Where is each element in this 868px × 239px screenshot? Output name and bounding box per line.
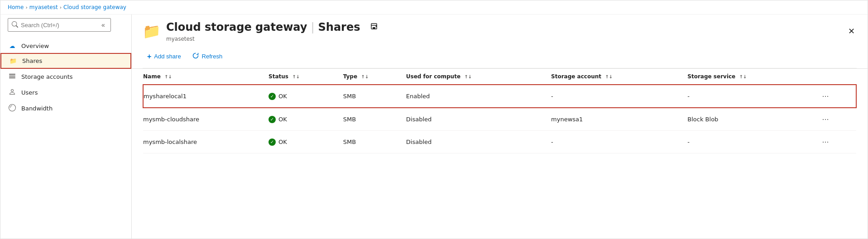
resource-folder-icon: 📁 (143, 24, 161, 38)
col-status: Status ↑↓ (269, 69, 343, 85)
sidebar-nav: ☁ Overview 📁 Shares Storage ac (0, 39, 131, 239)
print-button[interactable] (368, 20, 380, 35)
sort-storage-service-icon[interactable]: ↑↓ (739, 74, 747, 79)
sort-compute-icon[interactable]: ↑↓ (464, 74, 472, 79)
cell-used-compute: Disabled (406, 131, 551, 153)
search-input[interactable] (21, 22, 97, 29)
cloud-icon: ☁ (8, 43, 17, 49)
svg-point-5 (376, 26, 377, 27)
breadcrumb-sep-1: › (25, 5, 27, 10)
header-top: 📁 Cloud storage gateway | Shares (143, 20, 857, 42)
col-storage-account: Storage account ↑↓ (551, 69, 687, 85)
bandwidth-icon (8, 104, 17, 113)
cell-storage-service: Block Blob (687, 108, 819, 131)
content-body: Name ↑↓ Status ↑↓ Type ↑↓ (132, 69, 868, 239)
refresh-button[interactable]: Refresh (187, 49, 227, 63)
cell-storage-account: - (551, 131, 687, 153)
table-row[interactable]: mysmb-cloudshareOKSMBDisabledmynewsa1Blo… (143, 108, 856, 131)
svg-rect-1 (9, 76, 15, 76)
toolbar: + Add share Refresh (143, 44, 857, 68)
status-ok-icon (269, 116, 276, 123)
sort-name-icon[interactable]: ↑↓ (164, 74, 172, 79)
add-share-label: Add share (154, 53, 181, 60)
row-more-button[interactable]: ··· (819, 136, 831, 148)
storage-icon (8, 72, 17, 81)
header-subtitle: myasetest (166, 36, 380, 42)
col-used-compute: Used for compute ↑↓ (406, 69, 551, 85)
collapse-sidebar-button[interactable]: « (100, 20, 107, 29)
cell-name: mysmb-cloudshare (143, 108, 269, 131)
refresh-label: Refresh (202, 53, 223, 60)
sidebar-item-users-label: Users (21, 89, 38, 96)
sort-storage-account-icon[interactable]: ↑↓ (605, 74, 613, 79)
breadcrumb: Home › myasetest › Cloud storage gateway (0, 0, 868, 14)
cell-used-compute: Enabled (406, 85, 551, 108)
table-row[interactable]: mysmb-localshareOKSMBDisabled--··· (143, 131, 856, 153)
table-row[interactable]: mysharelocal1OKSMBEnabled--··· (143, 85, 856, 108)
sidebar: « ☁ Overview 📁 Shares (0, 14, 132, 239)
table-header-row: Name ↑↓ Status ↑↓ Type ↑↓ (143, 69, 856, 85)
page-section: Shares (318, 21, 360, 33)
cell-name: mysharelocal1 (143, 85, 269, 108)
status-ok-icon (269, 139, 276, 146)
col-type: Type ↑↓ (343, 69, 406, 85)
cell-name: mysmb-localshare (143, 131, 269, 153)
add-share-button[interactable]: + Add share (143, 50, 186, 63)
col-storage-service: Storage service ↑↓ (687, 69, 819, 85)
cell-type: SMB (343, 131, 406, 153)
cell-actions: ··· (819, 131, 856, 153)
title-separator: | (311, 21, 314, 33)
cell-actions: ··· (819, 85, 856, 108)
row-more-button[interactable]: ··· (819, 91, 831, 102)
cell-storage-account: - (551, 85, 687, 108)
cell-storage-account: mynewsa1 (551, 108, 687, 131)
cell-status: OK (269, 108, 343, 131)
breadcrumb-sep-2: › (60, 5, 62, 10)
sidebar-item-users[interactable]: Users (0, 85, 131, 100)
header-title-row: 📁 Cloud storage gateway | Shares (143, 20, 380, 42)
shares-table: Name ↑↓ Status ↑↓ Type ↑↓ (143, 69, 857, 153)
refresh-icon (192, 52, 199, 61)
search-icon (12, 21, 18, 29)
sort-type-icon[interactable]: ↑↓ (361, 74, 369, 79)
close-button[interactable]: ✕ (846, 24, 857, 38)
sidebar-item-overview[interactable]: ☁ Overview (0, 39, 131, 53)
status-ok-icon (269, 93, 276, 100)
cell-storage-service: - (687, 131, 819, 153)
sidebar-item-bandwidth[interactable]: Bandwidth (0, 100, 131, 116)
cell-status: OK (269, 131, 343, 153)
breadcrumb-home[interactable]: Home (8, 4, 24, 10)
svg-rect-2 (9, 77, 15, 78)
sidebar-item-storage-label: Storage accounts (21, 73, 73, 80)
svg-rect-4 (373, 27, 375, 29)
breadcrumb-myasetest[interactable]: myasetest (29, 4, 58, 10)
col-actions (819, 69, 856, 85)
users-icon (8, 88, 17, 97)
row-more-button[interactable]: ··· (819, 114, 831, 125)
breadcrumb-current: Cloud storage gateway (63, 4, 126, 10)
sidebar-item-storage-accounts[interactable]: Storage accounts (0, 69, 131, 85)
folder-icon: 📁 (9, 57, 18, 64)
content-header: 📁 Cloud storage gateway | Shares (132, 14, 868, 69)
sidebar-item-shares[interactable]: 📁 Shares (0, 53, 131, 69)
sidebar-item-bandwidth-label: Bandwidth (21, 105, 53, 112)
sidebar-item-shares-label: Shares (22, 57, 42, 64)
cell-type: SMB (343, 108, 406, 131)
col-name: Name ↑↓ (143, 69, 269, 85)
cell-used-compute: Disabled (406, 108, 551, 131)
search-box[interactable]: « (8, 18, 111, 32)
page-title: Cloud storage gateway (166, 21, 307, 33)
cell-status: OK (269, 85, 343, 108)
sort-status-icon[interactable]: ↑↓ (292, 74, 300, 79)
cell-actions: ··· (819, 108, 856, 131)
add-icon: + (147, 53, 151, 61)
cell-type: SMB (343, 85, 406, 108)
svg-rect-0 (9, 74, 15, 75)
content-area: 📁 Cloud storage gateway | Shares (132, 14, 868, 239)
cell-storage-service: - (687, 85, 819, 108)
sidebar-item-overview-label: Overview (21, 43, 49, 49)
